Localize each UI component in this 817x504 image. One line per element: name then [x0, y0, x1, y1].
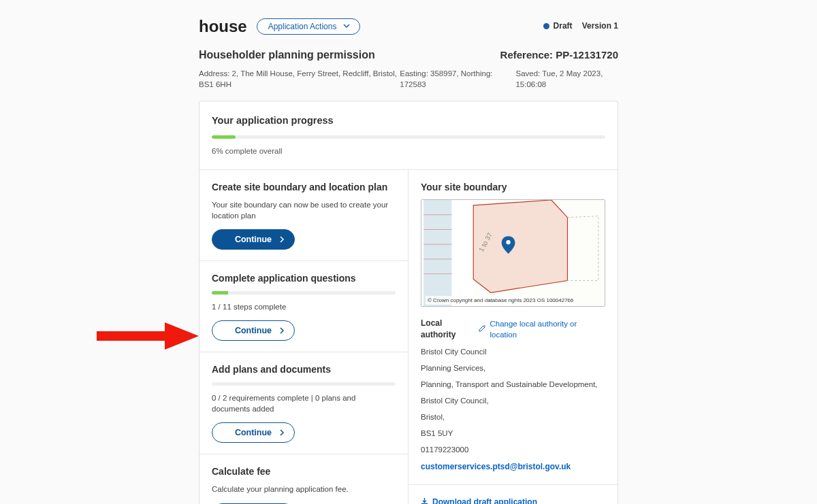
- edit-icon: [479, 324, 486, 335]
- header: house Application Actions Draft Version …: [199, 15, 618, 38]
- task-stat: 1 / 11 steps complete: [212, 301, 396, 312]
- version-label: Version 1: [582, 20, 618, 32]
- continue-boundary-button[interactable]: Continue: [212, 229, 295, 250]
- site-boundary-heading: Your site boundary: [421, 181, 605, 195]
- address-line: Address: 2, The Mill House, Ferry Street…: [199, 68, 400, 90]
- task-desc: Calculate your planning application fee.: [212, 484, 396, 494]
- task-fee: Calculate fee Calculate your planning ap…: [199, 454, 408, 504]
- local-authority-label: Local authority: [421, 318, 479, 341]
- task-title: Calculate fee: [212, 465, 396, 479]
- la-addr: Bristol,: [421, 411, 605, 422]
- downloads-section: Download draft application Guidance Note…: [408, 485, 618, 504]
- application-actions-label: Application Actions: [268, 22, 337, 31]
- reference-number: Reference: PP-12131720: [500, 48, 618, 63]
- site-boundary-section: Your site boundary: [408, 170, 618, 485]
- download-icon: [421, 497, 428, 504]
- continue-questions-button[interactable]: Continue: [212, 320, 295, 341]
- la-name: Bristol City Council: [421, 346, 605, 357]
- status-dot-icon: [543, 23, 549, 29]
- task-progress-bar: [212, 382, 396, 386]
- svg-marker-3: [423, 200, 451, 306]
- saved-timestamp: Saved: Tue, 2 May 2023, 15:06:08: [515, 68, 618, 90]
- svg-rect-0: [97, 331, 172, 341]
- application-actions-button[interactable]: Application Actions: [257, 18, 361, 35]
- chevron-right-icon: [279, 429, 285, 436]
- task-title: Add plans and documents: [212, 363, 396, 377]
- task-site-boundary: Create site boundary and location plan Y…: [199, 170, 408, 262]
- svg-marker-1: [165, 322, 199, 350]
- svg-point-11: [506, 240, 510, 244]
- progress-bar: [212, 135, 605, 139]
- task-desc: Your site boundary can now be used to cr…: [212, 199, 396, 221]
- la-email-link[interactable]: customerservices.ptsd@bristol.gov.uk: [421, 462, 571, 471]
- permission-type: Householder planning permission: [199, 48, 375, 63]
- progress-section: Your application progress 6% complete ov…: [199, 101, 618, 169]
- download-draft-link[interactable]: Download draft application: [421, 497, 537, 504]
- progress-heading: Your application progress: [212, 114, 605, 127]
- la-addr: Planning Services,: [421, 363, 605, 373]
- easting-northing: Easting: 358997, Northing: 172583: [400, 68, 503, 90]
- la-addr: Bristol City Council,: [421, 395, 605, 406]
- site-boundary-map[interactable]: 1 to 37 © Crown copyright and database r…: [421, 199, 605, 307]
- svg-rect-9: [452, 200, 474, 306]
- chevron-right-icon: [279, 327, 285, 334]
- task-title: Create site boundary and location plan: [212, 181, 396, 195]
- task-questions: Complete application questions 1 / 11 st…: [199, 261, 408, 352]
- map-attribution: © Crown copyright and database rights 20…: [426, 296, 575, 305]
- application-card: Your application progress 6% complete ov…: [199, 101, 618, 504]
- la-addr: BS1 5UY: [421, 428, 605, 439]
- chevron-right-icon: [279, 236, 285, 243]
- progress-text: 6% complete overall: [212, 146, 605, 156]
- annotation-arrow: [97, 322, 206, 353]
- la-addr: Planning, Transport and Sustainable Deve…: [421, 379, 605, 390]
- task-progress-bar: [212, 291, 396, 295]
- la-phone: 01179223000: [421, 444, 605, 455]
- task-plans: Add plans and documents 0 / 2 requiremen…: [199, 352, 408, 454]
- status-badge: Draft: [543, 20, 573, 32]
- chevron-down-icon: [343, 22, 350, 31]
- page-title: house: [199, 15, 247, 38]
- change-authority-link[interactable]: Change local authority or location: [479, 318, 605, 340]
- continue-plans-button[interactable]: Continue: [212, 422, 295, 443]
- task-title: Complete application questions: [212, 272, 396, 286]
- task-stat: 0 / 2 requirements complete | 0 plans an…: [212, 392, 396, 414]
